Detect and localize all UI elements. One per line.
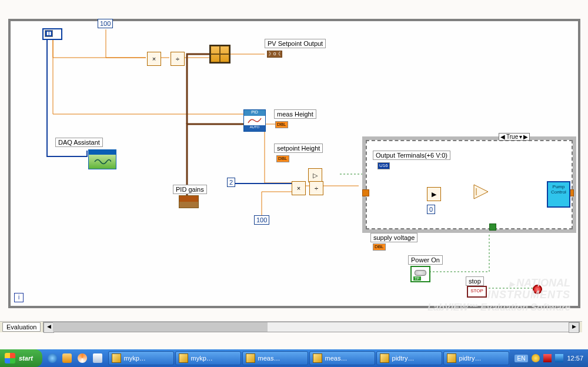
pid-icon-bottom: AUTO <box>244 125 265 131</box>
label-output-terminals: Output Terminals(+6 V:0) <box>373 151 450 160</box>
label-setpoint-height: setpoint Height <box>274 144 323 153</box>
indicator-meas-height[interactable]: DBL <box>275 121 288 128</box>
compare-gt-op[interactable]: ▷ <box>308 168 322 182</box>
label-power-on: Power On <box>408 255 443 265</box>
task-label: mykp… <box>124 355 146 362</box>
loop-iteration: i <box>14 293 24 302</box>
case-tunnel-in[interactable] <box>362 189 369 196</box>
quick-launch <box>42 349 108 367</box>
bundle-node[interactable] <box>209 45 230 64</box>
multiply-op-mid[interactable]: × <box>292 181 306 195</box>
while-loop-frame[interactable]: i ▮▮ 100 × ÷ PV Setpoint Output 》0《 PID … <box>8 19 580 308</box>
label-pv-setpoint-output: PV Setpoint Output <box>265 39 326 48</box>
control-supply-voltage[interactable]: DBL <box>373 243 386 251</box>
constant-100-bottom[interactable]: 100 <box>254 215 269 225</box>
select-node[interactable] <box>473 184 489 200</box>
case-selector[interactable]: ◀ True ▾ ▶ <box>499 133 530 141</box>
constant-0[interactable]: 0 <box>427 205 435 214</box>
windows-taskbar: start mykp… mykp… meas… meas… pidtry… pi… <box>0 349 588 367</box>
power-on-tf: TF <box>413 276 421 281</box>
divide-op-mid[interactable]: ÷ <box>309 181 323 195</box>
label-stop: stop <box>466 276 484 286</box>
case-selector-value: True <box>506 134 518 140</box>
array-input-tunnel[interactable]: ▮▮ <box>42 28 62 40</box>
task-button-3[interactable]: meas… <box>309 351 375 365</box>
label-daq-assistant: DAQ Assistant <box>55 138 103 147</box>
ie-icon[interactable] <box>48 353 57 363</box>
pid-vi-node[interactable]: PID AUTO <box>243 109 266 132</box>
tray-icon-3[interactable] <box>555 354 563 362</box>
language-indicator[interactable]: EN <box>514 355 529 362</box>
task-label: meas… <box>258 355 280 362</box>
stop-button[interactable]: STOP <box>467 286 487 298</box>
start-label: start <box>19 355 33 362</box>
labview-icon <box>246 353 255 363</box>
case-prev-icon[interactable]: ◀ <box>500 134 505 140</box>
scroll-thumb[interactable] <box>53 322 267 332</box>
show-desktop-icon[interactable] <box>93 353 102 363</box>
passthrough-op[interactable]: ▶ <box>427 187 441 201</box>
constant-100-top[interactable]: 100 <box>98 19 113 28</box>
control-power-on[interactable]: TF <box>410 266 430 282</box>
label-supply-voltage: supply voltage <box>370 233 417 242</box>
control-setpoint-height[interactable]: DBL <box>276 155 289 162</box>
labview-icon <box>112 353 121 363</box>
task-button-4[interactable]: pidtry… <box>376 351 442 365</box>
windows-flag-icon <box>5 353 15 363</box>
label-meas-height: meas Height <box>274 109 316 119</box>
divide-op-top[interactable]: ÷ <box>171 52 185 66</box>
case-dropdown-icon[interactable]: ▾ <box>519 134 522 140</box>
labview-icon <box>380 353 389 363</box>
task-label: pidtry… <box>459 355 482 362</box>
system-tray: EN 12:57 <box>510 349 588 367</box>
scroll-right-icon[interactable]: ▶ <box>569 322 579 333</box>
pid-icon-mid <box>244 116 265 125</box>
start-button[interactable]: start <box>0 349 42 367</box>
task-button-2[interactable]: meas… <box>242 351 308 365</box>
pid-icon-top: PID <box>244 110 265 116</box>
control-pid-gains[interactable] <box>179 195 199 208</box>
case-structure[interactable]: ◀ True ▾ ▶ Output Terminals(+6 V:0) U16 … <box>362 136 576 233</box>
task-label: pidtry… <box>392 355 415 362</box>
labview-icon <box>179 353 188 363</box>
explorer-icon[interactable] <box>62 353 72 363</box>
tray-icon-1[interactable] <box>532 354 540 362</box>
task-label: mykp… <box>191 355 213 362</box>
case-next-icon[interactable]: ▶ <box>523 134 528 140</box>
labview-icon <box>447 353 456 363</box>
clock[interactable]: 12:57 <box>567 355 583 362</box>
bottom-scroll-row: Evaluation ◀ ▶ <box>0 321 582 332</box>
vlc-icon[interactable] <box>78 353 87 363</box>
constant-2[interactable]: 2 <box>227 178 235 187</box>
indicator-pump-control[interactable]: Pump Control <box>547 181 570 208</box>
task-label: meas… <box>325 355 348 362</box>
tab-evaluation[interactable]: Evaluation <box>2 322 41 332</box>
array-tunnel-tag: ▮▮ <box>45 30 53 37</box>
task-button-5[interactable]: pidtry… <box>443 351 509 365</box>
daq-assistant-node[interactable] <box>88 149 116 169</box>
led-icon <box>415 270 426 276</box>
case-selector-terminal[interactable] <box>489 223 496 231</box>
control-output-terminals[interactable]: U16 <box>377 162 390 169</box>
task-button-0[interactable]: mykp… <box>108 351 174 365</box>
multiply-op-top[interactable]: × <box>147 52 161 66</box>
labview-icon <box>313 353 322 363</box>
task-button-1[interactable]: mykp… <box>175 351 241 365</box>
horizontal-scrollbar[interactable]: ◀ ▶ <box>43 322 580 332</box>
wave-icon <box>93 157 111 166</box>
tray-icon-2[interactable] <box>543 354 552 362</box>
loop-stop-terminal[interactable] <box>533 285 542 294</box>
indicator-pv-setpoint-output[interactable]: 》0《 <box>267 51 282 58</box>
label-pid-gains: PID gains <box>173 185 207 194</box>
